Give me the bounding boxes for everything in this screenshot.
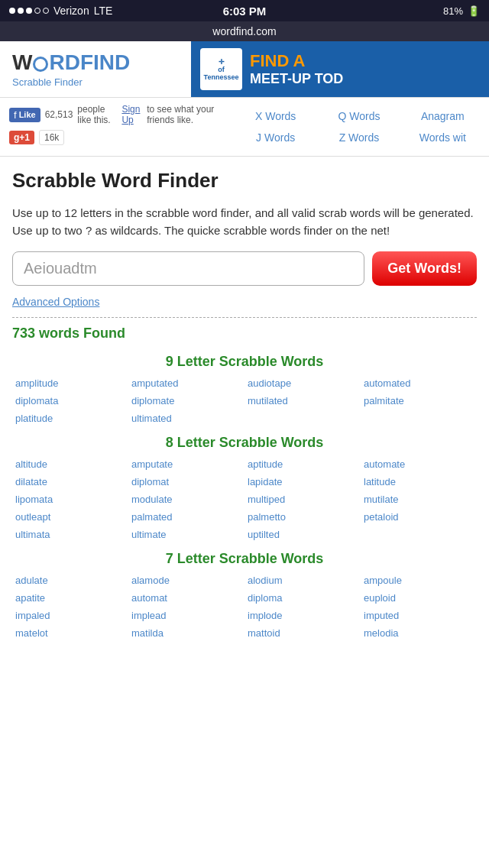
word-link[interactable]: ultimate <box>128 527 244 542</box>
ad-meetup: MEET-UP TOD <box>250 71 343 87</box>
word-link[interactable]: automat <box>128 591 244 605</box>
word-link[interactable]: amputated <box>128 376 244 390</box>
gplus-button[interactable]: g+1 <box>9 131 34 144</box>
ad-banner[interactable]: ✛ of Tennessee FIND A MEET-UP TOD <box>191 41 489 97</box>
gplus-area: g+1 16k <box>9 130 220 145</box>
word-link[interactable]: adulate <box>12 573 128 588</box>
word-link[interactable]: outleapt <box>12 510 128 524</box>
word-link[interactable]: amplitude <box>12 376 128 390</box>
status-bar: Verizon LTE 6:03 PM 81% 🔋 <box>0 0 489 21</box>
logo-rdfind: RDFIND <box>49 50 130 74</box>
url-bar[interactable]: wordfind.com <box>0 21 489 41</box>
logo-subtitle[interactable]: Scrabble Finder <box>12 76 179 88</box>
url-text: wordfind.com <box>212 25 276 37</box>
word-link[interactable]: diplomate <box>128 394 244 408</box>
fb-icon: f <box>14 109 17 121</box>
words-grid-2: adulatealamodealodiumampouleapatiteautom… <box>12 573 477 640</box>
nav-link-1[interactable]: Q Words <box>319 107 399 125</box>
dot-5 <box>43 8 49 14</box>
social-nav: f Like 62,513 people like this. Sign Up … <box>0 98 489 157</box>
word-link[interactable]: alodium <box>244 573 361 588</box>
dot-3 <box>26 8 32 14</box>
word-link[interactable]: ampoule <box>361 573 477 588</box>
nav-link-4[interactable]: Z Words <box>319 128 399 147</box>
word-link[interactable]: mattoid <box>244 626 361 640</box>
word-link[interactable]: automated <box>361 376 477 390</box>
battery-icon: 🔋 <box>468 5 480 17</box>
word-link[interactable]: amputate <box>128 457 244 471</box>
word-link[interactable]: mutilate <box>361 492 477 507</box>
word-link[interactable]: diplomata <box>12 394 128 408</box>
section-title-2: 7 Letter Scrabble Words <box>12 551 477 567</box>
word-link[interactable]: euploid <box>361 591 477 605</box>
nav-link-0[interactable]: X Words <box>235 107 316 125</box>
word-link[interactable]: modulate <box>128 492 244 507</box>
word-link[interactable]: palmated <box>128 510 244 524</box>
ad-text: FIND A MEET-UP TOD <box>250 51 343 87</box>
fb-signup-suffix: to see what your friends like. <box>147 104 220 125</box>
word-link[interactable]: matilda <box>128 626 244 640</box>
word-link[interactable]: impaled <box>12 608 128 623</box>
word-link[interactable]: ultimata <box>12 527 128 542</box>
word-link <box>361 527 477 542</box>
ad-logo: ✛ of Tennessee <box>200 48 242 90</box>
get-words-button[interactable]: Get Words! <box>372 251 477 286</box>
search-area: Get Words! <box>12 251 477 286</box>
dot-2 <box>18 8 24 14</box>
word-sections: 9 Letter Scrabble Wordsamplitudeamputate… <box>12 354 477 640</box>
social-area: f Like 62,513 people like this. Sign Up … <box>0 104 229 150</box>
word-link[interactable]: uptilted <box>244 527 361 542</box>
advanced-options-link[interactable]: Advanced Options <box>12 296 99 308</box>
page-title: Scrabble Word Finder <box>12 169 477 193</box>
nav-link-5[interactable]: Words wit <box>403 128 483 147</box>
word-link[interactable]: diploma <box>244 591 361 605</box>
word-link <box>361 411 477 426</box>
word-link[interactable]: matelot <box>12 626 128 640</box>
word-link[interactable]: apatite <box>12 591 128 605</box>
status-right: 81% 🔋 <box>443 5 480 17</box>
fb-signup-link[interactable]: Sign Up <box>121 104 142 125</box>
fb-like: f Like 62,513 people like this. Sign Up … <box>9 104 220 125</box>
carrier-label: Verizon <box>53 5 89 17</box>
ad-logo-text: ✛ of Tennessee <box>200 58 242 81</box>
word-link[interactable]: altitude <box>12 457 128 471</box>
word-link[interactable]: audiotape <box>244 376 361 390</box>
gplus-count: 16k <box>39 130 64 145</box>
word-link[interactable]: implead <box>128 608 244 623</box>
word-link[interactable]: implode <box>244 608 361 623</box>
ad-find: FIND A <box>250 51 343 71</box>
time-label: 6:03 PM <box>223 5 267 18</box>
logo-area: WRDFIND Scrabble Finder <box>0 41 191 97</box>
search-input[interactable] <box>12 251 364 286</box>
word-link[interactable]: aptitude <box>244 457 361 471</box>
network-label: LTE <box>94 5 113 17</box>
word-link[interactable]: dilatate <box>12 474 128 489</box>
word-link[interactable]: latitude <box>361 474 477 489</box>
results-count: 733 words Found <box>12 317 477 342</box>
word-link[interactable]: lapidate <box>244 474 361 489</box>
logo-circle <box>33 57 48 72</box>
fb-text: people like this. <box>77 104 117 125</box>
word-link[interactable]: mutilated <box>244 394 361 408</box>
word-link[interactable]: melodia <box>361 626 477 640</box>
word-link <box>244 411 361 426</box>
fb-like-label: Like <box>19 110 36 119</box>
word-link[interactable]: petaloid <box>361 510 477 524</box>
word-link[interactable]: palmetto <box>244 510 361 524</box>
word-link[interactable]: multiped <box>244 492 361 507</box>
words-grid-0: amplitudeamputatedaudiotapeautomateddipl… <box>12 376 477 426</box>
word-link[interactable]: palmitate <box>361 394 477 408</box>
word-link[interactable]: diplomat <box>128 474 244 489</box>
word-link[interactable]: platitude <box>12 411 128 426</box>
word-link[interactable]: ultimated <box>128 411 244 426</box>
word-link[interactable]: automate <box>361 457 477 471</box>
word-link[interactable]: alamode <box>128 573 244 588</box>
section-title-0: 9 Letter Scrabble Words <box>12 354 477 370</box>
description: Use up to 12 letters in the scrabble wor… <box>12 205 477 239</box>
word-link[interactable]: lipomata <box>12 492 128 507</box>
word-link[interactable]: imputed <box>361 608 477 623</box>
nav-link-3[interactable]: J Words <box>235 128 316 147</box>
nav-link-2[interactable]: Anagram <box>403 107 483 125</box>
battery-label: 81% <box>443 5 463 17</box>
fb-like-button[interactable]: f Like <box>9 108 40 122</box>
